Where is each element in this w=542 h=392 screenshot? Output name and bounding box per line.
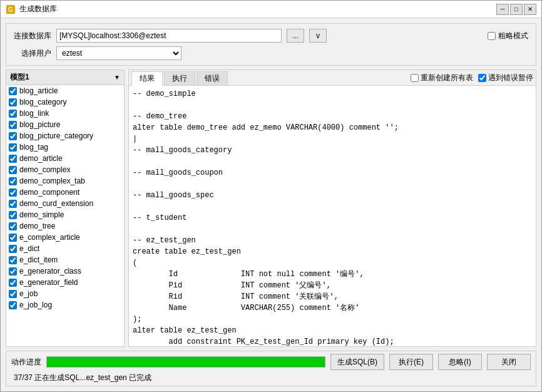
user-select[interactable]: eztest (56, 46, 182, 60)
top-form: 连接数据库 ... v 粗略模式 选择用户 eztest (6, 23, 536, 66)
list-item-checkbox[interactable] (9, 301, 17, 309)
list-item[interactable]: e_dict_item (6, 254, 124, 266)
list-item-checkbox[interactable] (9, 211, 17, 219)
list-item[interactable]: e_job_log (6, 299, 124, 311)
dots-button[interactable]: ... (287, 29, 304, 43)
list-item-checkbox[interactable] (9, 110, 17, 118)
left-panel: 模型1 ▼ blog_articleblog_categoryblog_link… (6, 70, 125, 347)
list-item-checkbox[interactable] (9, 222, 17, 230)
list-item[interactable]: e_dict (6, 243, 124, 254)
list-item-label: demo_curd_extension (19, 199, 93, 208)
progress-bar-container (46, 356, 325, 368)
list-item[interactable]: e_complex_article (6, 232, 124, 243)
left-panel-list[interactable]: blog_articleblog_categoryblog_linkblog_p… (6, 85, 124, 346)
progress-bar-fill (47, 357, 325, 367)
title-controls: ─ □ ✕ (496, 4, 536, 15)
code-area[interactable]: -- demo_simple -- demo_tree alter table … (129, 86, 536, 346)
right-panel: 结果执行错误 重新创建所有表 遇到错误暂停 -- demo_simple -- … (128, 70, 536, 347)
list-item[interactable]: demo_tree (6, 220, 124, 232)
list-item-checkbox[interactable] (9, 245, 17, 253)
list-item-checkbox[interactable] (9, 132, 17, 140)
user-label: 选择用户 (14, 48, 51, 59)
rough-mode-label[interactable]: 粗略模式 (488, 31, 528, 41)
list-item[interactable]: e_job (6, 288, 124, 299)
maximize-button[interactable]: □ (510, 4, 523, 15)
list-item[interactable]: demo_simple (6, 209, 124, 220)
list-item-checkbox[interactable] (9, 143, 17, 152)
conn-input[interactable] (56, 29, 282, 43)
list-item-label: blog_link (19, 109, 49, 118)
bottom-bar: 动作进度 生成SQL(B) 执行(E) 忽略(I) 关闭 37/37 正在生成S… (6, 351, 536, 386)
list-item-label: demo_complex (19, 165, 70, 174)
list-item-checkbox[interactable] (9, 121, 17, 129)
generate-sql-button[interactable]: 生成SQL(B) (330, 354, 384, 370)
list-item[interactable]: blog_tag (6, 142, 124, 153)
list-item-checkbox[interactable] (9, 155, 17, 163)
list-item[interactable]: e_generator_field (6, 277, 124, 288)
left-panel-header: 模型1 ▼ (6, 70, 124, 85)
stop-on-error-label[interactable]: 遇到错误暂停 (478, 73, 533, 83)
status-text: 37/37 正在生成SQL...ez_test_gen 已完成 (11, 373, 531, 383)
main-window: G 生成数据库 ─ □ ✕ 连接数据库 ... v 粗略模式 选择用户 (0, 0, 542, 392)
list-item-label: blog_article (19, 86, 58, 95)
close-button[interactable]: ✕ (524, 4, 536, 15)
list-item[interactable]: demo_component (6, 187, 124, 198)
list-item-label: e_dict_item (19, 255, 58, 264)
list-item[interactable]: blog_picture_category (6, 130, 124, 142)
progress-label: 动作进度 (11, 357, 41, 368)
list-item[interactable]: blog_article (6, 85, 124, 96)
rebuild-all-checkbox[interactable] (411, 74, 419, 82)
rough-mode-checkbox[interactable] (488, 32, 496, 40)
list-item-label: blog_picture (19, 120, 60, 129)
list-item[interactable]: demo_curd_extension (6, 198, 124, 209)
list-item-checkbox[interactable] (9, 256, 17, 264)
stop-on-error-text: 遇到错误暂停 (488, 73, 533, 83)
tab-错误[interactable]: 错误 (197, 71, 228, 85)
user-row: 选择用户 eztest (14, 46, 528, 60)
list-item-label: demo_tree (19, 222, 55, 230)
list-item-checkbox[interactable] (9, 177, 17, 185)
tab-结果[interactable]: 结果 (131, 71, 163, 86)
rebuild-all-text: 重新创建所有表 (421, 73, 473, 83)
list-item-checkbox[interactable] (9, 166, 17, 174)
list-item[interactable]: demo_complex_tab (6, 175, 124, 187)
list-item[interactable]: demo_article (6, 153, 124, 164)
app-icon: G (6, 4, 16, 14)
list-item[interactable]: blog_link (6, 108, 124, 119)
left-panel-arrow-icon[interactable]: ▼ (114, 74, 120, 81)
list-item-label: demo_complex_tab (19, 177, 85, 185)
conn-row: 连接数据库 ... v 粗略模式 (14, 29, 528, 43)
list-item-label: blog_category (19, 98, 66, 106)
stop-on-error-checkbox[interactable] (478, 74, 486, 82)
middle-area: 模型1 ▼ blog_articleblog_categoryblog_link… (6, 70, 536, 347)
list-item[interactable]: blog_picture (6, 119, 124, 130)
conn-label: 连接数据库 (14, 31, 51, 41)
list-item-checkbox[interactable] (9, 87, 17, 95)
title-bar: G 生成数据库 ─ □ ✕ (1, 1, 541, 18)
list-item-label: demo_article (19, 154, 63, 163)
ignore-button[interactable]: 忽略(I) (438, 354, 482, 370)
list-item-checkbox[interactable] (9, 290, 17, 298)
tab-执行[interactable]: 执行 (164, 71, 195, 85)
list-item-checkbox[interactable] (9, 98, 17, 106)
close-main-button[interactable]: 关闭 (487, 354, 531, 370)
list-item[interactable]: e_generator_class (6, 266, 124, 277)
list-item-label: blog_tag (19, 143, 48, 152)
list-item-checkbox[interactable] (9, 279, 17, 287)
list-item-checkbox[interactable] (9, 234, 17, 242)
execute-button[interactable]: 执行(E) (389, 354, 433, 370)
list-item-label: e_generator_class (19, 267, 81, 276)
list-item[interactable]: demo_complex (6, 164, 124, 175)
left-panel-title: 模型1 (10, 72, 29, 83)
list-item[interactable]: blog_category (6, 96, 124, 108)
list-item-checkbox[interactable] (9, 188, 17, 197)
list-item-label: demo_simple (19, 210, 64, 219)
list-item-label: e_job (19, 289, 38, 298)
minimize-button[interactable]: ─ (496, 4, 509, 15)
list-item-label: e_complex_article (19, 233, 80, 242)
title-bar-left: G 生成数据库 (6, 4, 57, 14)
list-item-checkbox[interactable] (9, 267, 17, 276)
v-button[interactable]: v (309, 29, 327, 43)
list-item-checkbox[interactable] (9, 200, 17, 208)
rebuild-all-label[interactable]: 重新创建所有表 (411, 73, 473, 83)
